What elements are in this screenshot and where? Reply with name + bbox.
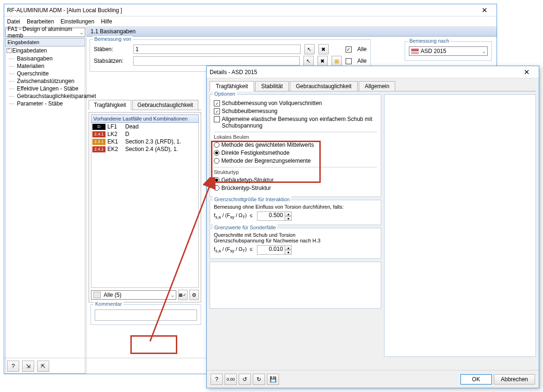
kommentar-title: Kommentar [94,301,123,307]
stabsaetzen-label: Stabsätzen: [94,58,129,64]
settings-icon[interactable]: ⚙ [189,290,199,300]
dialog-titlebar: Details - ASD 2015 ✕ [207,66,539,78]
tree-root[interactable]: Eingabedaten [6,46,85,55]
tab-gebrauchstauglichkeit[interactable]: Gebrauchstauglichkeit [132,100,198,110]
tab-allgemein[interactable]: Allgemein [359,81,396,91]
help-icon[interactable]: ? [7,361,19,372]
list-item: 2.4.1LK2D [91,130,198,138]
list-item: 2.4.1EK2Section 2.4 (ASD), 1. [91,145,198,153]
kommentar-input[interactable] [95,309,197,321]
filter-combo[interactable]: Alle (5) [91,290,176,300]
checkbox-schubbeul[interactable]: ✓ [214,108,220,114]
default-icon[interactable]: ↻ [253,374,265,385]
tree-item-materialien[interactable]: Materialien [6,62,85,70]
new-icon[interactable]: ▦ [332,56,342,66]
group-title: Bemessung von [93,36,133,42]
delete-icon[interactable]: ✖ [318,44,329,54]
radio-direkt[interactable] [214,150,219,156]
stabsaetzen-input[interactable] [133,56,300,66]
save-icon[interactable]: 💾 [267,374,279,385]
menu-file[interactable]: Datei [7,18,20,25]
nav-tree: Eingabedaten Basisangaben Materialien Qu… [5,46,85,374]
import-icon[interactable]: ⇱ [37,361,49,372]
export-icon[interactable]: ⇲ [22,361,34,372]
spin-up-icon[interactable]: ▲ [285,211,292,216]
tree-item-zwischenabstuetzungen[interactable]: Zwischenabstützungen [6,77,85,85]
tree-header: Eingabedaten [5,38,85,46]
pick-icon[interactable]: ↖ [304,44,315,54]
sonder-spinner[interactable]: 0.010 ▲▼ [257,245,292,255]
reset-icon[interactable]: ↺ [239,374,251,385]
alle-checkbox[interactable]: ✓ [346,46,352,53]
cancel-button[interactable]: Abbrechen [494,374,535,384]
radio-gebaeude[interactable] [214,177,219,183]
delete-icon-2[interactable]: ✖ [317,56,328,66]
menubar: Datei Bearbeiten Einstellungen Hilfe [4,16,497,27]
flag-us-icon [411,49,419,54]
optionen-group: Optionen ✓Schubbemessung von Vollquersch… [210,94,381,197]
sonder-text2: Grenzschubspannung für Nachweise nach H.… [214,238,377,243]
tab-stabilitaet[interactable]: Stabilität [255,81,289,91]
tree-item-basisangaben[interactable]: Basisangaben [6,55,85,62]
group-title-nach: Bemessung nach [408,38,451,44]
alle-label-2: Alle [357,58,367,64]
empty-group [210,262,381,309]
list-header: Vorhandene Lastfälle und Kombinationen [91,114,199,123]
tree-item-parameter[interactable]: Parameter - Stäbe [6,100,85,107]
tab-tragfaehigkeit[interactable]: Tragfähigkeit [210,81,254,91]
checkbox-schub-voll[interactable]: ✓ [214,100,220,106]
close-icon[interactable]: ✕ [517,68,536,76]
radio-bruecke[interactable] [214,185,219,191]
staeben-input[interactable]: 1 [133,45,301,54]
dialog-title: Details - ASD 2015 [210,69,517,75]
tree-item-querschnitte[interactable]: Querschnitte [6,70,85,77]
menu-edit[interactable]: Bearbeiten [27,18,54,25]
interaction-spinner[interactable]: 0.500 ▲▼ [257,211,292,221]
spin-down-icon[interactable]: ▼ [285,216,292,221]
details-dialog: Details - ASD 2015 ✕ Tragfähigkeit Stabi… [206,66,539,388]
left-panel: FA1 - Design of aluminum memb Eingabedat… [4,27,87,374]
alle-checkbox-2[interactable] [346,58,352,64]
case-selector[interactable]: FA1 - Design of aluminum memb [5,28,85,37]
spin-down-icon[interactable]: ▼ [285,250,292,255]
menu-help[interactable]: Hilfe [101,18,112,25]
sonder-text1: Querschnitte mit Schub und Torsion [214,232,377,238]
main-title: RF-ALUMINIUM ADM - [Alum Local Buckling … [7,7,475,14]
tree-item-gebrauchstauglichkeit[interactable]: Gebrauchstauglichkeitsparamet [6,92,85,100]
list-item: 2.3.1EK1Section 2.3 (LRFD), 1. [91,138,198,145]
content-header: 1.1 Basisangaben [87,27,497,37]
tree-item-effektive-laengen[interactable]: Effektive Längen - Stäbe [6,85,85,92]
standard-select[interactable]: ASD 2015 [409,46,488,56]
list-item: DLF1Dead [91,123,198,130]
interaktion-group: Grenzschnittgröße für Interaktion Bemess… [210,200,381,225]
help-icon[interactable]: ? [211,374,223,385]
spin-up-icon[interactable]: ▲ [285,245,292,250]
strukturtyp-title: Strukturtyp [214,169,377,175]
alle-label: Alle [357,46,367,53]
filter-icon[interactable]: ▦✓ [178,290,188,300]
preview-panel [384,94,536,357]
lokales-beulen-title: Lokales Beulen [214,134,377,140]
checkbox-elastisch[interactable] [214,116,220,122]
staeben-label: Stäben: [94,46,129,53]
main-titlebar: RF-ALUMINIUM ADM - [Alum Local Buckling … [4,4,497,16]
interaktion-text: Bemessung ohne Einfluss von Torsion durc… [214,204,377,210]
pick-icon-2[interactable]: ↖ [303,56,314,66]
close-icon[interactable]: ✕ [475,6,494,15]
menu-settings[interactable]: Einstellungen [60,18,94,25]
formula-label: fs,a / (Fsy / ΩT) ≤ [214,212,252,219]
bemessung-nach-group: Bemessung nach ASD 2015 [404,40,493,62]
radio-begrenzung[interactable] [214,158,219,164]
tab-tragfaehigkeit[interactable]: Tragfähigkeit [89,100,131,110]
sonderfaelle-group: Grenzwerte für Sonderfälle Querschnitte … [210,228,381,259]
ok-button[interactable]: OK [460,374,492,384]
tab-gebrauchstauglichkeit[interactable]: Gebrauchstauglichkeit [290,81,358,91]
load-case-list[interactable]: DLF1Dead 2.4.1LK2D 2.3.1EK1Section 2.3 (… [91,123,199,288]
units-icon[interactable]: 0.00 [225,374,237,385]
radio-gewichtet[interactable] [214,142,219,148]
formula-label-2: fs,a / (Fsy / ΩT) ≤ [214,246,252,253]
